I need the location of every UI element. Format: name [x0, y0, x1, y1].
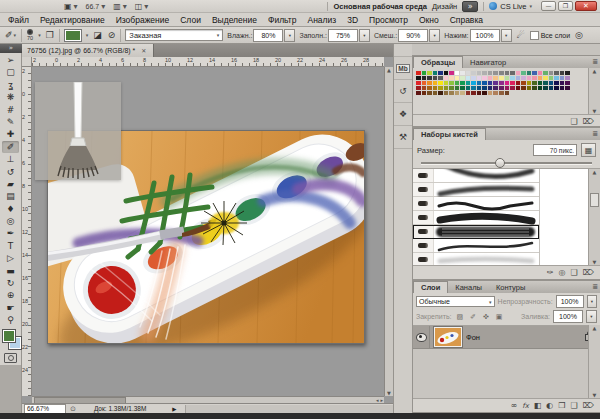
- color-swatch[interactable]: [427, 91, 432, 95]
- color-swatch[interactable]: [543, 71, 548, 75]
- color-swatch[interactable]: [466, 76, 471, 80]
- color-swatch[interactable]: [499, 76, 504, 80]
- scroll-up-icon[interactable]: ▲: [593, 169, 597, 175]
- color-swatch[interactable]: [499, 81, 504, 85]
- menu-item-file[interactable]: Файл: [8, 15, 29, 25]
- color-swatch[interactable]: [516, 76, 521, 80]
- color-swatch[interactable]: [499, 91, 504, 95]
- adjustment-layer-icon[interactable]: ◐: [546, 401, 553, 410]
- delete-layer-icon[interactable]: ⌦: [583, 401, 594, 410]
- workspace-expand-button[interactable]: »: [462, 1, 478, 12]
- color-swatch[interactable]: [482, 81, 487, 85]
- color-swatch[interactable]: [527, 81, 532, 85]
- color-swatch[interactable]: [460, 71, 465, 75]
- color-swatch[interactable]: [460, 76, 465, 80]
- field-mix-value[interactable]: 90%: [398, 29, 428, 42]
- color-swatch[interactable]: [527, 86, 532, 90]
- eraser-tool[interactable]: ▰: [2, 178, 19, 190]
- color-swatch[interactable]: [516, 86, 521, 90]
- color-swatch[interactable]: [460, 86, 465, 90]
- mixer-brush-tool-preset[interactable]: ✐ ▾: [4, 30, 17, 40]
- color-swatch[interactable]: [444, 76, 449, 80]
- color-swatch[interactable]: [554, 81, 559, 85]
- color-swatch[interactable]: [438, 81, 443, 85]
- tab-layers[interactable]: Слои: [413, 281, 448, 293]
- color-swatch[interactable]: [554, 76, 559, 80]
- gradient-tool[interactable]: ▤: [2, 190, 19, 202]
- color-swatch[interactable]: [460, 91, 465, 95]
- quick-selection-tool[interactable]: ❋: [2, 91, 19, 103]
- color-swatch[interactable]: [565, 76, 570, 80]
- menu-item-image[interactable]: Изображение: [116, 15, 170, 25]
- color-swatch[interactable]: [449, 76, 454, 80]
- brush-preset-row[interactable]: [413, 239, 539, 253]
- tab-brush-presets[interactable]: Наборы кистей: [413, 128, 486, 140]
- screen-mode-button[interactable]: ◫▾: [135, 2, 149, 11]
- color-swatch[interactable]: [416, 76, 421, 80]
- color-swatch[interactable]: [460, 81, 465, 85]
- new-swatch-icon[interactable]: ❑: [571, 117, 578, 126]
- color-swatch[interactable]: [433, 91, 438, 95]
- bristle-preview-toggle[interactable]: ▦: [581, 143, 596, 157]
- clone-stamp-tool[interactable]: ⊥: [2, 153, 19, 165]
- 3d-orbit-tool[interactable]: ⊕: [2, 289, 19, 301]
- color-swatch[interactable]: [427, 76, 432, 80]
- opacity-spinner[interactable]: ▾: [587, 295, 597, 308]
- color-swatch[interactable]: [505, 71, 510, 75]
- zoom-level-field[interactable]: 66.67%: [24, 404, 66, 414]
- color-swatch[interactable]: [543, 76, 548, 80]
- path-selection-tool[interactable]: ▷: [2, 252, 19, 264]
- color-swatch[interactable]: [527, 76, 532, 80]
- color-swatch[interactable]: [477, 81, 482, 85]
- fill-field[interactable]: 100%: [553, 310, 583, 323]
- color-swatch[interactable]: [422, 76, 427, 80]
- scroll-down-icon[interactable]: ▼: [593, 392, 597, 398]
- color-swatch[interactable]: [538, 76, 543, 80]
- color-swatch[interactable]: [477, 91, 482, 95]
- foreground-color-swatch[interactable]: [2, 329, 16, 343]
- cs-live-menu[interactable]: CS Live ▾: [489, 2, 532, 11]
- color-swatch[interactable]: [416, 86, 421, 90]
- color-swatch[interactable]: [510, 81, 515, 85]
- brush-size-slider[interactable]: [421, 158, 592, 168]
- menu-item-help[interactable]: Справка: [450, 15, 483, 25]
- color-swatch[interactable]: [422, 71, 427, 75]
- toggle-brush-panel-button[interactable]: ❐: [45, 30, 55, 40]
- marquee-tool[interactable]: ▢: [2, 66, 19, 78]
- color-swatch[interactable]: [444, 91, 449, 95]
- slider-thumb[interactable]: [495, 158, 505, 168]
- dock-mini-bridge-icon[interactable]: Mb: [394, 56, 412, 80]
- color-swatch[interactable]: [427, 86, 432, 90]
- field-flow-spinner[interactable]: ▾: [501, 29, 512, 42]
- color-swatch[interactable]: [449, 81, 454, 85]
- menu-item-filter[interactable]: Фильтр: [268, 15, 297, 25]
- color-swatch[interactable]: [422, 91, 427, 95]
- layer-row-background[interactable]: Фон: [413, 326, 600, 349]
- color-swatch[interactable]: [521, 71, 526, 75]
- shape-tool[interactable]: ▬: [2, 265, 19, 277]
- eyedropper-tool[interactable]: ✎: [2, 116, 19, 128]
- color-swatch[interactable]: [482, 91, 487, 95]
- color-swatch[interactable]: [554, 86, 559, 90]
- panel-menu-icon[interactable]: ≣: [592, 130, 598, 138]
- color-swatch[interactable]: [532, 81, 537, 85]
- field-mix-spinner[interactable]: ▾: [429, 29, 440, 42]
- color-swatch[interactable]: [455, 76, 460, 80]
- color-swatch[interactable]: [493, 76, 498, 80]
- color-swatch[interactable]: [505, 81, 510, 85]
- blur-tool[interactable]: ♦: [2, 203, 19, 215]
- color-swatch[interactable]: [444, 86, 449, 90]
- brush-preset-row[interactable]: [413, 169, 539, 183]
- color-swatch[interactable]: [416, 81, 421, 85]
- color-swatch[interactable]: [510, 71, 515, 75]
- brush-list-scrollbar[interactable]: ▲ ▼: [588, 169, 600, 265]
- layer-mask-icon[interactable]: ◧: [534, 401, 542, 410]
- brush-preset-row[interactable]: [413, 253, 539, 265]
- panel-menu-icon[interactable]: ≣: [592, 58, 598, 66]
- menu-item-layers[interactable]: Слои: [180, 15, 201, 25]
- color-swatch[interactable]: [527, 71, 532, 75]
- color-swatch[interactable]: [505, 91, 510, 95]
- color-swatch[interactable]: [565, 81, 570, 85]
- color-swatch[interactable]: [499, 86, 504, 90]
- color-swatch[interactable]: [538, 71, 543, 75]
